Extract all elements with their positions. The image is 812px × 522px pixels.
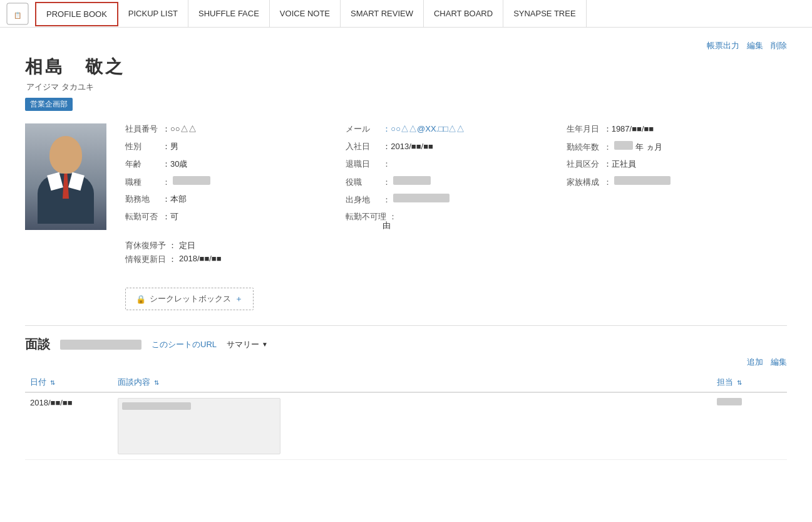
- main-content: 帳票出力 編集 削除 相島 敬之 アイジマ タカユキ 営業企画部: [0, 28, 812, 472]
- employee-no-label: 社員番号: [125, 123, 160, 135]
- age-value: ：30歳: [162, 159, 187, 170]
- profile-photo: [25, 123, 106, 230]
- employee-type-label: 社員区分: [567, 159, 601, 170]
- table-header-row: 日付 ⇅ 面談内容 ⇅ 担当 ⇅: [25, 373, 787, 392]
- interview-content-cell: [113, 392, 712, 460]
- add-interview-button[interactable]: 追加: [747, 357, 763, 368]
- nav-item-smart-review[interactable]: SMART REVIEW: [341, 0, 424, 27]
- summary-label: サマリー: [227, 339, 259, 350]
- interview-actions: 追加 編集: [25, 357, 787, 368]
- app-logo[interactable]: 📋: [6, 3, 29, 25]
- nav-item-synapse-tree[interactable]: SYNAPSE TREE: [503, 0, 586, 27]
- update-colon: ：: [168, 254, 177, 265]
- edit-interview-button[interactable]: 編集: [771, 357, 787, 368]
- nav-item-voice-note[interactable]: VOICE NOTE: [270, 0, 341, 27]
- interview-person-value: [717, 398, 742, 405]
- job-type-row: 職種 ：: [125, 176, 346, 190]
- col-date-label: 日付: [30, 377, 46, 387]
- nav-items: PROFILE BOOK PICKUP LIST SHUFFLE FACE VO…: [35, 0, 587, 27]
- secret-box[interactable]: 🔒 シークレットボックス ＋: [125, 288, 254, 310]
- nav-item-shuffle-face[interactable]: SHUFFLE FACE: [188, 0, 270, 27]
- hometown-value: [393, 194, 450, 202]
- interview-section: 面談 このシートのURL サマリー ▼ 追加 編集 日付 ⇅ 面談内容: [25, 336, 787, 460]
- tenure-month-label: ヵ月: [646, 142, 662, 153]
- gender-label: 性別: [125, 141, 160, 152]
- tenure-row: 勤続年数 ： 年 ヵ月: [567, 141, 787, 155]
- birthdate-row: 生年月日 ：1987/■■/■■: [567, 123, 787, 137]
- birthdate-label: 生年月日: [567, 123, 601, 135]
- detail-col-1: 社員番号 ：○○△△ 性別 ：男 年齢 ：30歳 職種: [125, 123, 346, 234]
- transfer-reason-value-row: 由: [346, 220, 566, 234]
- childcare-colon: ：: [168, 240, 177, 251]
- mail-label: メール: [346, 123, 380, 135]
- age-label: 年齢: [125, 159, 160, 170]
- transfer-label: 転勤可否: [125, 211, 160, 222]
- join-date-label: 入社日: [346, 141, 380, 152]
- nav-bar: 📋 PROFILE BOOK PICKUP LIST SHUFFLE FACE …: [0, 0, 812, 28]
- sort-content-icon: ⇅: [154, 379, 159, 386]
- name-kana: アイジマ タカユキ: [26, 81, 787, 93]
- profile-section: 相島 敬之 アイジマ タカユキ 営業企画部: [25, 55, 787, 310]
- transfer-value: ：可: [162, 211, 178, 222]
- col-date[interactable]: 日付 ⇅: [25, 373, 113, 392]
- join-date-row: 入社日 ：2013/■■/■■: [346, 141, 566, 155]
- scheduled-label: 定日: [179, 240, 195, 251]
- childcare-label: 育休復帰予: [125, 240, 166, 251]
- update-value: 2018/■■/■■: [179, 254, 222, 265]
- interview-content-box: [118, 398, 280, 454]
- interview-title: 面談: [25, 336, 50, 353]
- dept-badge: 営業企画部: [25, 98, 73, 111]
- tenure-label: 勤続年数: [567, 142, 601, 153]
- update-row: 情報更新日 ： 2018/■■/■■: [125, 254, 787, 265]
- col-person[interactable]: 担当 ⇅: [712, 373, 787, 392]
- gender-value: ：男: [162, 141, 178, 152]
- family-label: 家族構成: [567, 177, 601, 188]
- nav-item-profile-book[interactable]: PROFILE BOOK: [35, 2, 118, 26]
- employee-no-row: 社員番号 ：○○△△: [125, 123, 346, 137]
- edit-button[interactable]: 編集: [747, 40, 763, 51]
- interview-url-button[interactable]: このシートのURL: [152, 339, 217, 350]
- detail-col-2: メール ：○○△△@XX.□□△△ 入社日 ：2013/■■/■■ 退職日 ：: [346, 123, 566, 234]
- birthdate-value: ：1987/■■/■■: [604, 123, 654, 135]
- nav-item-pickup-list[interactable]: PICKUP LIST: [118, 0, 188, 27]
- workplace-row: 勤務地 ：本部: [125, 194, 346, 207]
- resign-date-label: 退職日: [346, 159, 380, 170]
- nav-item-chart-board[interactable]: CHART BOARD: [424, 0, 503, 27]
- employee-no-value: ：○○△△: [162, 123, 197, 135]
- sort-date-icon: ⇅: [50, 379, 55, 386]
- table-row: 2018/■■/■■: [25, 392, 787, 460]
- name-kanji: 相島 敬之: [25, 55, 787, 79]
- transfer-row: 転勤可否 ：可: [125, 211, 346, 225]
- col-person-label: 担当: [717, 377, 733, 387]
- name-area: 相島 敬之 アイジマ タカユキ 営業企画部: [25, 55, 787, 111]
- employee-type-row: 社員区分 ：正社員: [567, 159, 787, 172]
- profile-header: 相島 敬之 アイジマ タカユキ 営業企画部: [25, 55, 787, 111]
- interview-person-cell: [712, 392, 787, 460]
- lock-icon: 🔒: [136, 295, 146, 304]
- col-content-label: 面談内容: [118, 377, 150, 387]
- position-row: 役職 ：: [346, 176, 566, 190]
- section-divider: [25, 325, 787, 326]
- mail-row: メール ：○○△△@XX.□□△△: [346, 123, 566, 137]
- top-actions: 帳票出力 編集 削除: [25, 40, 787, 51]
- print-button[interactable]: 帳票出力: [707, 40, 739, 51]
- summary-button[interactable]: サマリー ▼: [227, 339, 268, 350]
- childcare-row: 育休復帰予 ： 定日: [125, 240, 787, 251]
- interview-subtitle: [60, 340, 141, 350]
- interview-date-cell: 2018/■■/■■: [25, 392, 113, 460]
- details-grid: 社員番号 ：○○△△ 性別 ：男 年齢 ：30歳 職種: [125, 123, 787, 234]
- transfer-reason-value: 由: [383, 220, 391, 231]
- hometown-label: 出身地: [346, 194, 380, 206]
- interview-content-text: [122, 402, 191, 410]
- join-date-value: ：2013/■■/■■: [383, 141, 433, 152]
- position-value: [393, 176, 431, 185]
- delete-button[interactable]: 削除: [771, 40, 787, 51]
- details-area: 社員番号 ：○○△△ 性別 ：男 年齢 ：30歳 職種: [125, 123, 787, 265]
- sort-person-icon: ⇅: [737, 379, 742, 386]
- tenure-year-label: 年: [635, 142, 644, 153]
- mail-value[interactable]: ：○○△△@XX.□□△△: [383, 123, 465, 135]
- col-content[interactable]: 面談内容 ⇅: [113, 373, 712, 392]
- hometown-row: 出身地 ：: [346, 194, 566, 207]
- resign-date-row: 退職日 ：: [346, 159, 566, 172]
- job-type-label: 職種: [125, 177, 160, 188]
